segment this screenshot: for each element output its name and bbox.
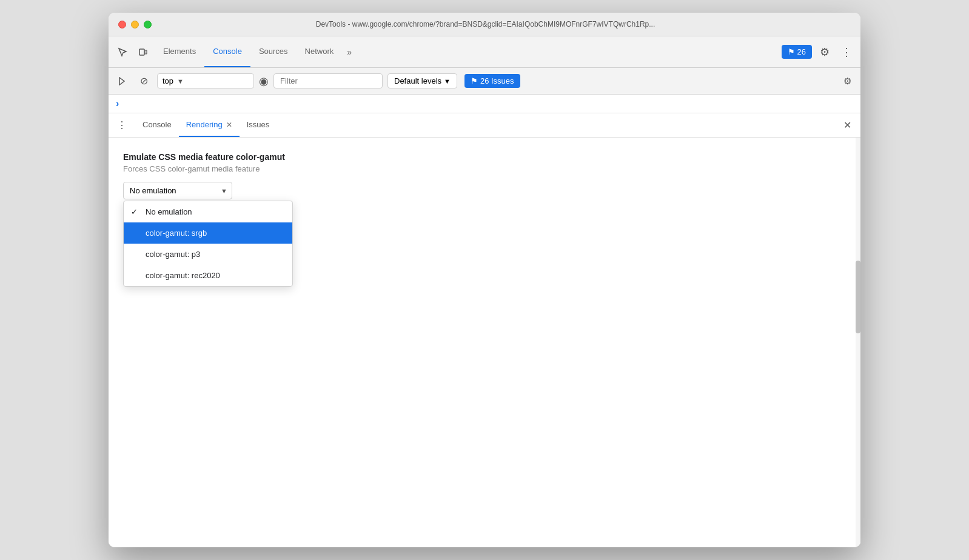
drawer-tab-issues[interactable]: Issues	[240, 113, 277, 137]
option-no-emulation[interactable]: No emulation	[124, 201, 292, 222]
flag-icon: ⚑	[788, 47, 795, 56]
drawer-panel: ⋮ Console Rendering ✕ Issues ✕ Emulate C…	[109, 113, 860, 547]
block-icon-button[interactable]: ⊘	[135, 73, 152, 90]
drawer-tab-bar: ⋮ Console Rendering ✕ Issues ✕	[109, 113, 860, 138]
drawer-tab-console[interactable]: Console	[135, 113, 179, 137]
scrollbar-thumb[interactable]	[856, 261, 860, 333]
tab-sources[interactable]: Sources	[250, 36, 297, 67]
svg-rect-0	[139, 49, 144, 55]
scrollbar-track	[856, 138, 860, 547]
inspect-element-button[interactable]	[113, 43, 132, 61]
context-selector[interactable]: top ▼	[157, 73, 254, 88]
tab-network[interactable]: Network	[297, 36, 343, 67]
toolbar-issues-badge[interactable]: ⚑ 26 Issues	[464, 74, 520, 88]
levels-arrow-icon: ▼	[444, 78, 451, 85]
window-title: DevTools - www.google.com/chrome/?brand=…	[120, 20, 851, 28]
console-toolbar: ⊘ top ▼ ◉ Default levels ▼ ⚑ 26 Issues ⚙	[109, 68, 860, 95]
issues-count-badge[interactable]: ⚑ 26	[782, 45, 812, 59]
rendering-tab-close-icon[interactable]: ✕	[226, 121, 232, 129]
color-gamut-dropdown-container: No emulation color-gamut: srgb color-gam…	[123, 182, 232, 199]
filter-input[interactable]	[273, 73, 383, 88]
color-gamut-title: Emulate CSS media feature color-gamut	[123, 152, 846, 162]
color-gamut-section: Emulate CSS media feature color-gamut Fo…	[123, 152, 846, 199]
option-color-gamut-srgb[interactable]: color-gamut: srgb	[124, 222, 292, 244]
color-gamut-select[interactable]: No emulation color-gamut: srgb color-gam…	[123, 182, 232, 199]
devtools-window: DevTools - www.google.com/chrome/?brand=…	[109, 13, 860, 547]
devtools-header: Elements Console Sources Network » ⚑ 26 …	[109, 36, 860, 68]
option-color-gamut-rec2020[interactable]: color-gamut: rec2020	[124, 265, 292, 286]
toolbar-flag-icon: ⚑	[471, 76, 478, 85]
context-dropdown-arrow: ▼	[177, 78, 184, 85]
title-bar: DevTools - www.google.com/chrome/?brand=…	[109, 13, 860, 36]
more-tabs-button[interactable]: »	[342, 36, 357, 67]
levels-dropdown[interactable]: Default levels ▼	[387, 73, 457, 88]
run-script-button[interactable]	[113, 73, 130, 90]
drawer-content: Emulate CSS media feature color-gamut Fo…	[109, 138, 860, 547]
drawer-close-button[interactable]: ✕	[839, 117, 856, 134]
tab-console[interactable]: Console	[204, 36, 250, 67]
chevron-right-icon: ›	[116, 98, 119, 109]
drawer-menu-button[interactable]: ⋮	[113, 117, 130, 134]
header-right: ⚑ 26 ⚙ ⋮	[782, 43, 856, 61]
main-tab-bar: Elements Console Sources Network »	[155, 36, 779, 67]
color-gamut-dropdown-popup: No emulation color-gamut: srgb color-gam…	[123, 201, 293, 287]
drawer-tab-rendering[interactable]: Rendering ✕	[179, 113, 240, 137]
toolbar-gear-button[interactable]: ⚙	[839, 73, 856, 90]
option-color-gamut-p3[interactable]: color-gamut: p3	[124, 244, 292, 265]
tab-elements[interactable]: Elements	[155, 36, 204, 67]
eye-icon[interactable]: ◉	[259, 75, 269, 88]
color-gamut-desc: Forces CSS color-gamut media feature	[123, 164, 846, 173]
device-toolbar-button[interactable]	[134, 43, 152, 61]
svg-rect-1	[145, 50, 147, 54]
breadcrumb-bar: ›	[109, 95, 860, 113]
more-options-button[interactable]: ⋮	[837, 43, 856, 61]
svg-marker-2	[119, 78, 124, 85]
settings-button[interactable]: ⚙	[816, 43, 834, 61]
